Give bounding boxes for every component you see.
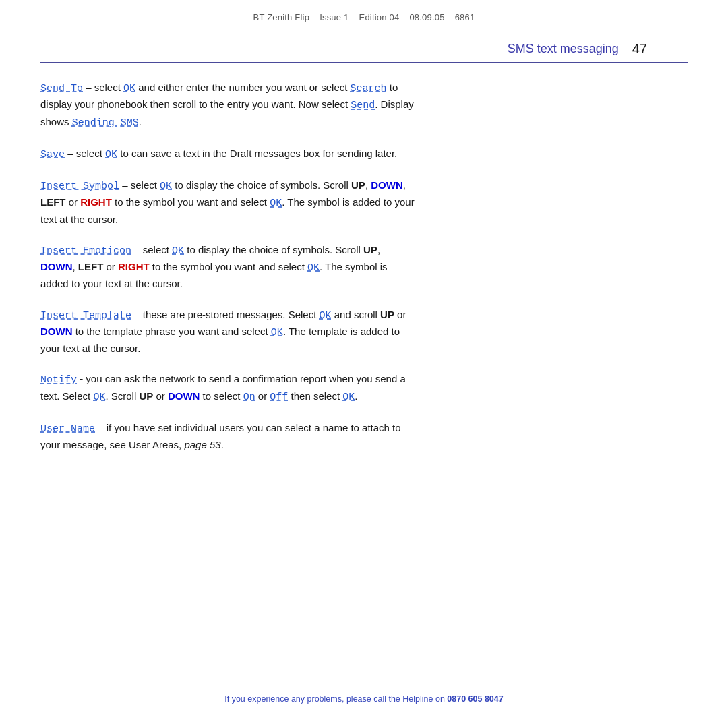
ok-ref-9: OK bbox=[93, 392, 105, 403]
section-header: SMS text messaging 47 bbox=[40, 29, 688, 63]
down-ref-4: DOWN bbox=[168, 390, 200, 402]
paragraph-insert-symbol: Insert Symbol – select OK to display the… bbox=[40, 177, 417, 227]
ok-ref-1: OK bbox=[123, 83, 135, 94]
term-user-name: User Name bbox=[40, 423, 95, 435]
page-ref: page 53 bbox=[184, 439, 220, 450]
left-ref-1: LEFT bbox=[40, 196, 66, 208]
ok-ref-7: OK bbox=[320, 310, 332, 322]
off-ref: Off bbox=[270, 392, 288, 403]
ok-ref-6: OK bbox=[307, 262, 320, 274]
term-insert-symbol: Insert Symbol bbox=[40, 181, 119, 192]
paragraph-save: Save – select OK to can save a text in t… bbox=[40, 146, 417, 162]
down-ref-1: DOWN bbox=[371, 179, 403, 191]
header-title: BT Zenith Flip – Issue 1 – Edition 04 – … bbox=[253, 12, 475, 22]
search-ref: Search bbox=[351, 83, 387, 94]
content-right bbox=[431, 80, 688, 467]
term-insert-emoticon: Insert Emoticon bbox=[40, 245, 131, 257]
right-ref-2: RIGHT bbox=[118, 261, 150, 272]
page-number: 47 bbox=[632, 41, 647, 57]
up-ref-1: UP bbox=[351, 179, 365, 191]
ok-ref-2: OK bbox=[105, 149, 117, 160]
term-send-to: Send To bbox=[40, 83, 83, 94]
paragraph-insert-emoticon: Insert Emoticon – select OK to display t… bbox=[40, 242, 417, 292]
ok-ref-5: OK bbox=[172, 245, 184, 257]
ok-ref-8: OK bbox=[271, 327, 283, 338]
footer-normal-text: If you experience any problems, please c… bbox=[224, 694, 447, 704]
on-ref: On bbox=[243, 392, 255, 403]
up-ref-4: UP bbox=[139, 390, 153, 402]
section-title: SMS text messaging bbox=[508, 42, 619, 56]
left-ref-2: LEFT bbox=[78, 261, 104, 272]
ok-ref-4: OK bbox=[270, 198, 282, 209]
term-notify: Notify bbox=[40, 374, 77, 386]
ok-ref-10: OK bbox=[342, 392, 355, 403]
sending-sms-ref: Sending SMS bbox=[72, 117, 139, 129]
term-save: Save bbox=[40, 149, 65, 160]
paragraph-send-to: Send To – select OK and either enter the… bbox=[40, 80, 417, 131]
ok-ref-3: OK bbox=[160, 181, 172, 192]
up-ref-2: UP bbox=[363, 244, 377, 256]
down-ref-3: DOWN bbox=[40, 326, 73, 337]
content-left: Send To – select OK and either enter the… bbox=[40, 80, 431, 467]
page-header: BT Zenith Flip – Issue 1 – Edition 04 – … bbox=[0, 0, 728, 29]
main-content: Send To – select OK and either enter the… bbox=[0, 63, 728, 467]
term-insert-template: Insert Template bbox=[40, 310, 131, 322]
right-ref-1: RIGHT bbox=[80, 196, 112, 208]
down-ref-2: DOWN bbox=[40, 261, 73, 272]
footer-bold-text: 0870 605 8047 bbox=[447, 694, 503, 704]
send-ref: Send bbox=[351, 100, 375, 111]
paragraph-insert-template: Insert Template – these are pre-stored m… bbox=[40, 307, 417, 357]
up-ref-3: UP bbox=[380, 309, 394, 320]
footer-bar: If you experience any problems, please c… bbox=[0, 694, 728, 704]
paragraph-user-name: User Name – if you have set individual u… bbox=[40, 420, 417, 453]
paragraph-notify: Notify - you can ask the network to send… bbox=[40, 371, 417, 405]
